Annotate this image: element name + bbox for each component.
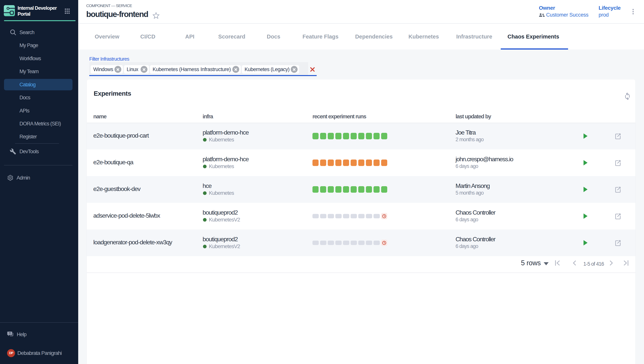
svg-text:?: ? xyxy=(9,332,11,335)
